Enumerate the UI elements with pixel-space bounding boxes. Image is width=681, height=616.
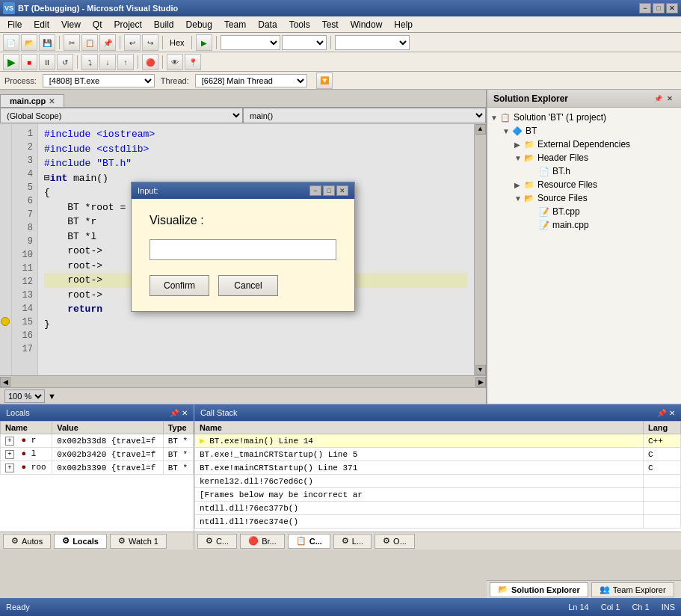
start-debug-btn[interactable]: ▶ [196,34,212,51]
tab-c2[interactable]: 📋 C... [288,534,330,549]
solution-explorer-title: Solution Explorer [493,93,568,104]
minimize-button[interactable]: − [639,3,651,13]
expand-icon: ▼ [490,114,499,122]
thread-combo[interactable]: [6628] Main Thread [195,74,307,87]
continue-btn[interactable]: ▶ [3,54,19,70]
modal-close-btn[interactable]: ✕ [336,185,348,196]
tree-external-deps[interactable]: ▶ 📁 External Dependencies [487,138,681,151]
cut-btn[interactable]: ✂ [64,34,80,51]
menu-debug[interactable]: Debug [180,18,218,31]
process-combo[interactable]: [4808] BT.exe [43,74,155,87]
menu-data[interactable]: Data [252,18,283,31]
menu-build[interactable]: Build [148,18,180,31]
menu-view[interactable]: View [55,18,87,31]
expand-row-1-icon[interactable]: + [5,450,14,459]
close-button[interactable]: ✕ [666,3,678,13]
tab-c1[interactable]: ⚙ C... [197,534,237,549]
tree-solution[interactable]: ▼ 📋 Solution 'BT' (1 project) [487,111,681,124]
step-over-btn[interactable]: ⤵ [81,54,98,70]
pin-icon[interactable]: 📌 [653,93,663,104]
ch-label: Ch 1 [632,603,649,612]
stop-btn[interactable]: ■ [21,54,37,70]
dot-icon-1: ● [22,449,27,458]
tree-main-cpp[interactable]: 📝 main.cpp [487,218,681,232]
callstack-col-lang: Lang [644,422,681,434]
tab-solution-explorer[interactable]: 📂 Solution Explorer [490,582,588,597]
debug-combo[interactable]: Debug [221,35,280,50]
tree-project-bt[interactable]: ▼ 🔷 BT [487,124,681,138]
expand-row-2-icon[interactable]: + [5,463,14,472]
table-row: [Frames below may be incorrect ar [195,488,681,502]
modal-buttons: Confirm Cancel [150,275,336,296]
tree-source-files[interactable]: ▼ 📂 Source Files [487,191,681,205]
menu-edit[interactable]: Edit [28,18,55,31]
table-row: ntdll.dll!76ec377b() [195,502,681,515]
sep7 [77,55,78,69]
modal-titlebar: Input: − □ ✕ [132,182,354,199]
tree-resource-files[interactable]: ▶ 📁 Resource Files [487,178,681,191]
tab-autos[interactable]: ⚙ Autos [3,534,51,549]
tab-l[interactable]: ⚙ L... [333,534,372,549]
locals-pin-icon[interactable]: 📌 [170,409,179,417]
paste-btn[interactable]: 📌 [99,34,116,51]
confirm-button[interactable]: Confirm [150,275,209,296]
tree-header-files[interactable]: ▼ 📂 Header Files [487,151,681,164]
menu-window[interactable]: Window [345,18,389,31]
resource-files-label: Resource Files [537,179,597,190]
new-file-btn[interactable]: 📄 [3,34,19,51]
menu-test[interactable]: Test [316,18,345,31]
local-btn[interactable]: 📍 [185,54,201,70]
callstack-close-icon[interactable]: ✕ [669,409,675,417]
locals-row-1-name: + ● l [1,448,52,461]
table-row: BT.exe!mainCRTStartup() Line 371 C [195,461,681,475]
target-combo[interactable]: _ent [335,35,410,50]
folder-open-icon: 📂 [523,152,535,164]
modal-input[interactable] [150,239,336,260]
ext-deps-label: External Dependencies [537,139,630,150]
c1-icon: ⚙ [206,536,213,546]
menu-team[interactable]: Team [218,18,252,31]
cancel-button[interactable]: Cancel [218,275,278,296]
cs-row-3-name: kernel32.dll!76c7ed6c() [195,475,644,488]
watch-btn[interactable]: 👁 [167,54,183,70]
se-tab-icon: 📂 [498,585,508,594]
redo-btn[interactable]: ↪ [142,34,158,51]
header-file-icon: 📄 [538,165,550,177]
tree-bt-cpp[interactable]: 📝 BT.cpp [487,205,681,218]
locals-close-icon[interactable]: ✕ [182,409,188,417]
pause-btn[interactable]: ⏸ [39,54,55,70]
platform-combo[interactable]: Win32 [282,35,327,50]
maximize-button[interactable]: □ [653,3,665,13]
tab-br[interactable]: 🔴 Br... [240,534,285,549]
tab-watch1[interactable]: ⚙ Watch 1 [110,534,167,549]
copy-btn[interactable]: 📋 [81,34,98,51]
step-into-btn[interactable]: ↓ [99,54,116,70]
app-icon: VS [3,2,15,14]
bp-btn[interactable]: 🔴 [142,54,158,70]
modal-max-btn[interactable]: □ [323,185,335,196]
open-btn[interactable]: 📂 [21,34,37,51]
callstack-pin-icon[interactable]: 📌 [657,409,666,417]
step-out-btn[interactable]: ↑ [117,54,134,70]
tree-bt-h[interactable]: 📄 BT.h [487,164,681,178]
te-tab-label: Team Explorer [613,585,666,594]
menu-tools[interactable]: Tools [283,18,316,31]
modal-min-btn[interactable]: − [309,185,321,196]
menu-qt[interactable]: Qt [87,18,108,31]
cs-row-4-lang [644,488,681,502]
tab-locals[interactable]: ⚙ Locals [54,534,107,549]
menu-project[interactable]: Project [108,18,148,31]
thread-refresh-btn[interactable]: 🔽 [316,73,333,89]
restart-btn[interactable]: ↺ [57,54,73,70]
menu-help[interactable]: Help [388,18,419,31]
sep4 [191,36,192,49]
save-btn[interactable]: 💾 [39,34,55,51]
expand-row-0-icon[interactable]: + [5,437,14,446]
tab-team-explorer[interactable]: 👥 Team Explorer [591,582,674,597]
undo-btn[interactable]: ↩ [124,34,141,51]
panel-close-icon[interactable]: ✕ [665,93,675,104]
tab-o[interactable]: ⚙ O... [375,534,415,549]
o-icon: ⚙ [383,536,390,546]
expand-icon: ▶ [514,141,523,149]
menu-file[interactable]: File [1,18,28,31]
